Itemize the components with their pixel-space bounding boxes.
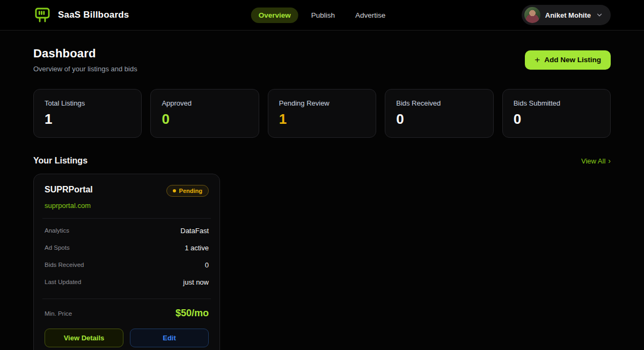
stat-value: 0 bbox=[162, 112, 247, 126]
nav-tab-publish[interactable]: Publish bbox=[304, 8, 342, 23]
status-badge-pending: Pending bbox=[166, 185, 209, 197]
stat-value: 0 bbox=[396, 112, 482, 126]
view-details-button[interactable]: View Details bbox=[45, 329, 123, 347]
detail-value: just now bbox=[183, 278, 209, 286]
dashboard-content: Dashboard Overview of your listings and … bbox=[0, 31, 644, 350]
divider bbox=[42, 299, 211, 299]
detail-label: Ad Spots bbox=[45, 244, 70, 251]
detail-label: Last Updated bbox=[45, 279, 81, 285]
view-all-link[interactable]: View All › bbox=[581, 157, 611, 165]
billboard-logo-icon bbox=[33, 6, 52, 24]
stat-card-approved: Approved 0 bbox=[150, 89, 259, 138]
stat-label: Bids Submitted bbox=[514, 99, 599, 107]
add-new-listing-button[interactable]: + Add New Listing bbox=[525, 50, 611, 70]
nav-tab-overview[interactable]: Overview bbox=[251, 8, 298, 23]
stat-card-bids-received: Bids Received 0 bbox=[385, 89, 493, 138]
brand-name: SaaS Billboards bbox=[58, 10, 129, 20]
edit-button[interactable]: Edit bbox=[130, 329, 209, 347]
detail-label: Bids Received bbox=[45, 262, 84, 268]
stat-card-total-listings: Total Listings 1 bbox=[33, 89, 142, 138]
detail-value: DataFast bbox=[180, 227, 209, 235]
stat-label: Bids Received bbox=[396, 99, 482, 107]
brand: SaaS Billboards bbox=[33, 6, 129, 24]
stat-value: 1 bbox=[45, 112, 130, 126]
view-all-label: View All bbox=[581, 157, 605, 165]
add-new-listing-label: Add New Listing bbox=[544, 56, 601, 64]
page-title: Dashboard bbox=[33, 47, 137, 61]
detail-row-ad-spots: Ad Spots 1 active bbox=[45, 239, 209, 256]
stats-row: Total Listings 1 Approved 0 Pending Revi… bbox=[33, 89, 611, 138]
avatar bbox=[524, 7, 540, 23]
main-nav: Overview Publish Advertise bbox=[251, 8, 393, 23]
top-navigation-bar: SaaS Billboards Overview Publish Adverti… bbox=[0, 0, 644, 31]
plus-icon: + bbox=[535, 55, 540, 64]
detail-value: 0 bbox=[205, 261, 209, 269]
chevron-down-icon bbox=[596, 11, 603, 19]
listings-section-header: Your Listings View All › bbox=[33, 156, 611, 166]
stat-label: Approved bbox=[162, 99, 247, 107]
detail-row-last-updated: Last Updated just now bbox=[45, 273, 209, 291]
status-label: Pending bbox=[179, 188, 202, 194]
user-menu[interactable]: Aniket Mohite bbox=[522, 5, 611, 25]
divider bbox=[42, 218, 211, 219]
stat-card-pending-review: Pending Review 1 bbox=[268, 89, 376, 138]
detail-row-analytics: Analytics DataFast bbox=[45, 222, 209, 239]
page-header-text: Dashboard Overview of your listings and … bbox=[33, 47, 137, 73]
nav-tab-advertise[interactable]: Advertise bbox=[348, 8, 393, 23]
status-dot-icon bbox=[173, 189, 176, 192]
listing-card-actions: View Details Edit bbox=[45, 329, 209, 347]
page-header: Dashboard Overview of your listings and … bbox=[33, 47, 611, 73]
stat-value: 1 bbox=[279, 112, 365, 126]
chevron-right-icon: › bbox=[608, 157, 611, 165]
page-subtitle: Overview of your listings and bids bbox=[33, 65, 137, 73]
listing-name: SUPRPortal bbox=[45, 185, 93, 195]
listing-url-link[interactable]: suprportal.com bbox=[45, 202, 91, 210]
detail-row-bids-received: Bids Received 0 bbox=[45, 256, 209, 273]
user-name: Aniket Mohite bbox=[545, 11, 591, 19]
listing-card-header: SUPRPortal Pending bbox=[45, 185, 209, 197]
detail-label: Analytics bbox=[45, 227, 69, 234]
price-value: $50/mo bbox=[175, 308, 209, 319]
detail-value: 1 active bbox=[185, 244, 209, 252]
stat-label: Total Listings bbox=[45, 99, 130, 107]
stat-card-bids-submitted: Bids Submitted 0 bbox=[502, 89, 611, 138]
stat-value: 0 bbox=[514, 112, 599, 126]
price-label: Min. Price bbox=[45, 310, 72, 317]
listing-card: SUPRPortal Pending suprportal.com Analyt… bbox=[33, 174, 220, 350]
price-row: Min. Price $50/mo bbox=[45, 302, 209, 321]
listings-section-title: Your Listings bbox=[33, 156, 87, 166]
stat-label: Pending Review bbox=[279, 99, 365, 107]
